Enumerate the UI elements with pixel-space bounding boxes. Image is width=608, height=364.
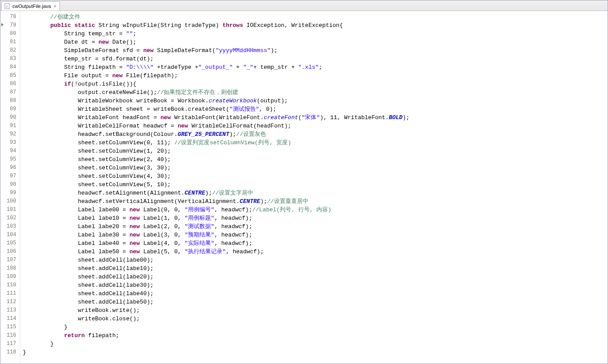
code-line[interactable]: //创建文件 [23, 13, 409, 21]
code-line[interactable]: return filepath; [23, 331, 409, 340]
override-marker-icon [1, 23, 4, 26]
line-number: 115 [7, 323, 16, 331]
code-line[interactable]: output.createNewFile();//如果指定文件不存在，则创建 [23, 88, 409, 97]
line-number: 87 [7, 88, 16, 97]
code-line[interactable]: String filepath = "D:\\\\" +tradeType +"… [23, 63, 409, 71]
line-number: 95 [7, 155, 16, 164]
code-line[interactable]: writeBook.write(); [23, 306, 409, 315]
code-editor[interactable]: 7879808182838485868788899091929394959697… [0, 11, 608, 364]
line-number: 93 [7, 139, 16, 147]
line-number: 80 [7, 30, 16, 38]
line-number: 110 [7, 281, 16, 289]
file-tab[interactable]: J cwOutputFile.java × [1, 1, 60, 11]
code-line[interactable]: WritableWorkbook writeBook = Workbook.cr… [23, 97, 409, 105]
code-line[interactable]: } [23, 348, 409, 356]
code-line[interactable]: sheet.addCell(labe30); [23, 281, 409, 289]
line-number: 106 [7, 248, 16, 256]
java-file-icon: J [4, 3, 11, 9]
line-number: 88 [7, 97, 16, 105]
line-number: 111 [7, 289, 16, 298]
code-line[interactable]: sheet.addCell(labe50); [23, 298, 409, 306]
code-line[interactable]: writeBook.close(); [23, 315, 409, 323]
line-number: 118 [7, 348, 16, 356]
line-number: 99 [7, 189, 16, 197]
code-line[interactable]: public static String wInputFile(String t… [23, 21, 409, 30]
code-line[interactable]: sheet.setColumnView(2, 40); [23, 155, 409, 164]
code-line[interactable]: String temp_str = ""; [23, 30, 409, 38]
code-line[interactable]: Label labe10 = new Label(1, 0, "用例标题", h… [23, 214, 409, 222]
code-line[interactable]: temp_str = sfd.format(dt); [23, 55, 409, 63]
line-number: 78 [7, 13, 16, 21]
code-line[interactable]: Label labe20 = new Label(2, 0, "测试数据", h… [23, 222, 409, 231]
line-number: 100 [7, 197, 16, 206]
line-number: 86 [7, 80, 16, 88]
line-number: 104 [7, 231, 16, 239]
svg-text:J: J [6, 4, 8, 8]
line-number: 102 [7, 214, 16, 222]
line-number: 84 [7, 63, 16, 71]
code-line[interactable]: if(!output.isFile()){ [23, 80, 409, 88]
line-number: 96 [7, 164, 16, 172]
tab-filename: cwOutputFile.java [12, 4, 51, 9]
line-number: 116 [7, 331, 16, 340]
code-line[interactable]: sheet.setColumnView(3, 30); [23, 164, 409, 172]
line-number: 105 [7, 239, 16, 248]
code-line[interactable]: headwcf.setVerticalAlignment(VerticalAli… [23, 197, 409, 206]
line-number: 79 [7, 21, 16, 30]
line-number: 92 [7, 130, 16, 139]
line-number-gutter: 7879808182838485868788899091929394959697… [0, 11, 20, 364]
line-number: 89 [7, 105, 16, 113]
line-number: 97 [7, 172, 16, 180]
code-line[interactable]: sheet.setColumnView(0, 11); //设置列宽度setCo… [23, 139, 409, 147]
line-number: 90 [7, 113, 16, 122]
code-line[interactable]: File output = new File(filepath); [23, 71, 409, 80]
code-line[interactable]: sheet.addCell(labe20); [23, 273, 409, 281]
code-line[interactable]: sheet.setColumnView(1, 20); [23, 147, 409, 155]
code-line[interactable]: Label labe30 = new Label(3, 0, "预期结果", h… [23, 231, 409, 239]
line-number: 82 [7, 46, 16, 55]
code-line[interactable]: Label labe40 = new Label(4, 0, "实际结果", h… [23, 239, 409, 248]
line-number: 117 [7, 340, 16, 348]
code-line[interactable]: Label labe50 = new Label(5, 0, "执行结果记录",… [23, 248, 409, 256]
close-icon[interactable]: × [53, 4, 57, 9]
line-number: 113 [7, 306, 16, 315]
line-number: 109 [7, 273, 16, 281]
code-line[interactable]: } [23, 323, 409, 331]
editor-tab-bar: J cwOutputFile.java × [0, 0, 608, 11]
code-line[interactable]: Label labe00 = new Label(0, 0, "用例编号", h… [23, 206, 409, 214]
line-number: 114 [7, 315, 16, 323]
line-number: 98 [7, 180, 16, 189]
code-line[interactable]: WritableCellFormat headwcf = new Writabl… [23, 122, 409, 130]
code-line[interactable]: SimpleDateFormat sfd = new SimpleDateFor… [23, 46, 409, 55]
code-line[interactable]: sheet.setColumnView(5, 10); [23, 180, 409, 189]
line-number: 103 [7, 222, 16, 231]
code-line[interactable]: sheet.addCell(labe00); [23, 256, 409, 264]
code-line[interactable]: WritableSheet sheet = writeBook.createSh… [23, 105, 409, 113]
line-number: 108 [7, 264, 16, 273]
code-line[interactable]: headwcf.setBackground(Colour.GREY_25_PER… [23, 130, 409, 139]
code-line[interactable]: sheet.setColumnView(4, 30); [23, 172, 409, 180]
code-line[interactable]: sheet.addCell(labe10); [23, 264, 409, 273]
code-line[interactable]: WritableFont headFont = new WritableFont… [23, 113, 409, 122]
line-number: 81 [7, 38, 16, 46]
line-number: 83 [7, 55, 16, 63]
line-number: 94 [7, 147, 16, 155]
line-number: 112 [7, 298, 16, 306]
line-number: 85 [7, 71, 16, 80]
code-line[interactable]: headwcf.setAlignment(Alignment.CENTRE);/… [23, 189, 409, 197]
line-number: 91 [7, 122, 16, 130]
code-line[interactable]: Date dt = new Date(); [23, 38, 409, 46]
code-line[interactable]: } [23, 340, 409, 348]
code-line[interactable]: sheet.addCell(labe40); [23, 289, 409, 298]
line-number: 101 [7, 206, 16, 214]
line-number: 107 [7, 256, 16, 264]
code-area[interactable]: //创建文件 public static String wInputFile(S… [20, 11, 409, 364]
